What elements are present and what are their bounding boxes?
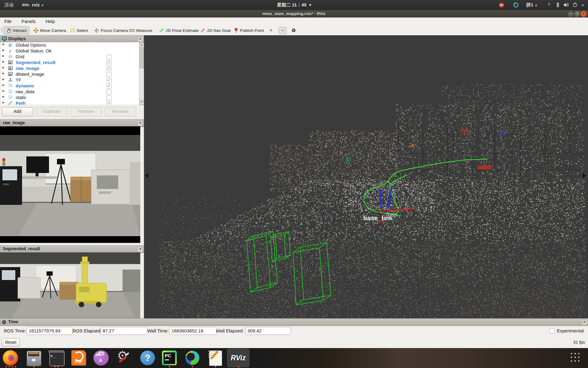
expand-arrow-icon[interactable]: ▶ [2,66,5,69]
scrollbar-thumb[interactable] [140,48,144,68]
tool-2d-pose-estimate[interactable]: 2D Pose Estimate [156,26,202,34]
chevron-down-icon[interactable]: ▼ [581,0,584,10]
raw-image-panel-header[interactable]: raw_image ✕ [0,119,145,127]
displays-panel-header[interactable]: Displays ✕ [0,35,145,43]
expand-arrow-icon[interactable]: ▶ [2,54,5,57]
rename-button[interactable]: Rename [105,107,136,116]
close-icon[interactable]: ✕ [138,247,143,252]
cloud-icon [8,89,13,94]
time-field-input-ros-time-[interactable]: 1611577075.93 [27,327,73,335]
display-row-segmented-result[interactable]: ▶Segmented_result✓ [0,60,144,66]
3d-viewport[interactable] [144,35,588,318]
dock-item-translator[interactable]: 文A [93,350,110,366]
dock-item-files[interactable] [25,350,42,366]
expand-arrow-icon[interactable]: ▶ [2,95,5,98]
help-status-icon[interactable]: ? [548,0,550,10]
add-button[interactable]: Add [2,107,33,116]
tool-focus-camera[interactable]: Focus Camera [91,26,131,34]
menu-file[interactable]: File [0,17,16,25]
display-enable-checkbox[interactable]: ✓ [107,60,111,65]
dock-item-text-editor[interactable] [207,350,224,366]
reset-button[interactable]: Reset [2,338,20,347]
dock-item-help[interactable]: ? [139,350,156,366]
display-row-raw-image[interactable]: ▶raw_image✓ [0,66,144,71]
bluetooth-icon[interactable] [556,2,560,9]
duplicate-button[interactable]: Duplicate [36,107,67,116]
remove-button[interactable]: Remove [70,107,102,116]
power-icon[interactable] [572,2,578,8]
input-method-indicator[interactable]: 拼1 ▼ [526,0,537,10]
experimental-label: Experimental [557,328,584,333]
updater-ring-icon[interactable] [513,2,518,8]
display-row-global-options[interactable]: ▶⚙Global Options [0,42,144,48]
display-enable-checkbox[interactable] [107,55,111,59]
volume-icon[interactable] [564,2,569,8]
experimental-checkbox-row[interactable]: Experimental [549,328,584,333]
display-row-global-status-ok[interactable]: ▶✓Global Status: Ok [0,48,144,54]
time-field-input-ros-elapsed-[interactable]: 87.27 [100,327,147,335]
window-title-bar[interactable]: mms_slam_mapping.rviz* - RViz — ❐ ✕ [0,10,588,18]
dock-item-settings[interactable]: ⚙ [116,350,133,366]
close-button[interactable]: ✕ [581,11,586,17]
scroll-up-icon[interactable]: ▲ [139,43,144,48]
expand-arrow-icon[interactable]: ▶ [2,43,5,46]
remove-tool-button[interactable]: − [279,27,287,34]
time-panel-title: Time [8,319,18,324]
show-applications-icon[interactable] [570,352,580,362]
dock-item-chromium[interactable] [184,350,201,366]
display-row-dynamic[interactable]: ▶dynamic✓ [0,83,144,89]
menu-help[interactable]: Help [41,17,59,25]
tool-select[interactable]: Select [67,26,91,34]
tool-publish-point[interactable]: Publish Point [231,26,267,34]
display-row-static[interactable]: ▶static [0,95,144,101]
expand-arrow-icon[interactable]: ▶ [2,72,5,75]
splitter-handle[interactable]: ······ [0,105,144,107]
dock-item-terminal[interactable]: >_ [48,350,65,366]
segmented-result-panel-header[interactable]: Segmented_result ✕ [0,245,145,253]
segmented-result-camera-view [0,252,140,318]
add-tool-button[interactable]: + [267,27,275,34]
close-icon[interactable]: ✕ [138,121,143,126]
expand-arrow-icon[interactable]: ▶ [2,89,5,92]
tool-move-camera[interactable]: Move Camera [31,26,69,34]
display-enable-checkbox[interactable] [107,95,111,100]
display-row-tf[interactable]: ▶TF✓ [0,77,144,83]
expand-arrow-icon[interactable]: ▶ [2,60,5,63]
display-enable-checkbox[interactable]: ✓ [107,78,111,83]
expand-arrow-icon[interactable]: ▶ [2,83,5,86]
dock-item-rviz[interactable]: RViz [230,350,247,366]
minimize-button[interactable]: — [568,11,574,17]
display-enable-checkbox[interactable]: ✓ [107,101,111,105]
display-enable-checkbox[interactable] [107,90,111,94]
time-field-input-wall-elapsed-[interactable]: 309.42 [245,327,291,335]
dock-item-pycharm[interactable]: PC [161,350,178,366]
time-field-input-wall-time-[interactable]: 1683603652.16 [169,327,217,335]
tool-interact[interactable]: Interact [4,26,29,34]
time-panel-header[interactable]: Time ✕ [0,318,588,326]
path-icon [8,101,13,105]
menu-panels[interactable]: Panels [17,17,40,25]
experimental-checkbox[interactable] [549,328,555,333]
toolbar-grip-handle[interactable] [1,28,3,33]
expand-arrow-icon[interactable]: ▶ [2,78,5,81]
display-enable-checkbox[interactable]: ✓ [107,66,111,71]
close-icon[interactable]: ✕ [582,320,587,325]
tool-2d-nav-goal[interactable]: 2D Nav Goal [198,26,233,34]
tool-options-icon[interactable] [290,27,298,34]
expand-arrow-icon[interactable]: ▶ [2,101,5,104]
display-row-raw-data[interactable]: ▶raw_data [0,89,144,95]
display-row-grid[interactable]: ▶Grid [0,54,144,60]
running-indicator-dot [238,366,239,367]
dock-item-firefox[interactable] [2,350,19,366]
close-icon[interactable]: ✕ [138,36,143,42]
display-row-dilated-image[interactable]: ▶dilated_image [0,71,144,77]
do-not-disturb-icon[interactable] [499,2,504,8]
dock-item-foxit-pdf[interactable]: PDF [70,350,87,366]
display-enable-checkbox[interactable] [107,72,111,77]
display-enable-checkbox[interactable]: ✓ [107,84,111,89]
tool-measure[interactable]: Measure [126,26,155,34]
expand-arrow-icon[interactable]: ▶ [2,48,5,52]
splitter-handle[interactable]: ······ [0,117,144,119]
scroll-down-icon[interactable]: ▼ [139,100,144,105]
maximize-button[interactable]: ❐ [574,11,580,17]
